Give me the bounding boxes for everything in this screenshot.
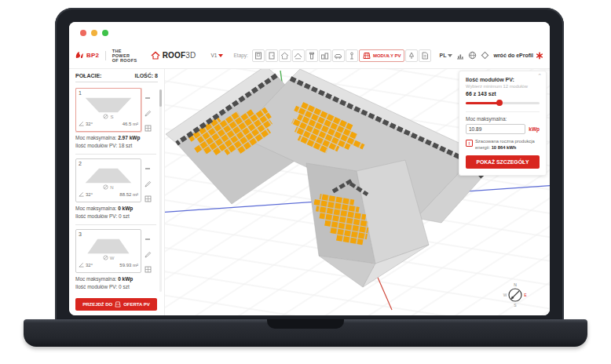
tool-roof-button[interactable]: [292, 49, 305, 62]
face-angle: 32°: [86, 122, 93, 126]
roof-face-card-3[interactable]: 3 W 32° 59.93: [75, 229, 141, 273]
tool-pv-modules-button[interactable]: MODUŁY PV: [359, 49, 405, 62]
chevron-down-icon: [218, 54, 223, 57]
car-icon: [334, 52, 342, 60]
maximize-window-button[interactable]: [102, 30, 108, 36]
module-count-slider[interactable]: [466, 99, 540, 107]
pv-modules-icon: [363, 52, 371, 60]
app-window: BP2 THE POWER OF ROOFS ROOF3D V1 Etapy:: [69, 22, 550, 315]
roof-face-card-2[interactable]: 2 N 32° 88.52: [75, 158, 141, 202]
lamp-icon: [348, 52, 356, 60]
note-value: 10 864 kWh: [492, 145, 517, 150]
version-dropdown[interactable]: V1: [211, 53, 224, 58]
list-item-face-2: 2 N 32° 88.52: [75, 158, 156, 202]
house-icon: [280, 52, 289, 60]
face-area: 88.52 m²: [119, 192, 138, 197]
face-modules-button[interactable]: [144, 265, 152, 273]
roof-face-card-1[interactable]: 1 S 32° 46.5 m: [75, 88, 141, 132]
panel-title: Ilość modułów PV:: [466, 77, 540, 82]
tool-door-button[interactable]: [265, 49, 278, 62]
tool-document-button[interactable]: [419, 49, 431, 62]
globe-icon[interactable]: [468, 49, 477, 61]
power-unit: kWp: [529, 126, 540, 132]
slider-handle[interactable]: [496, 100, 503, 106]
pv-config-panel: ⌃ Ilość modułów PV: Wybierz minimum 12 m…: [459, 71, 547, 176]
buildings-icon: [320, 52, 329, 60]
face-direction: S: [110, 115, 113, 119]
laptop-base: [24, 319, 587, 347]
compass-n: N: [514, 282, 517, 287]
bp2-logo-icon: [75, 51, 84, 60]
tool-car-button[interactable]: [332, 49, 345, 62]
orientation-icon: [103, 114, 108, 119]
face-number: 3: [79, 231, 138, 237]
face-info-2: Moc maksymalna: 0 kWp Ilość modułów PV: …: [75, 205, 156, 220]
tool-buildings-button[interactable]: [319, 49, 331, 62]
language-selector[interactable]: PL: [439, 53, 452, 58]
roof3d-logo: ROOF3D: [151, 51, 196, 60]
edit-face-button[interactable]: [144, 180, 152, 187]
compass-w: W: [503, 293, 507, 297]
hide-face-button[interactable]: [144, 94, 152, 102]
sidebar-scrollbar[interactable]: [159, 89, 162, 292]
tool-house-button[interactable]: [279, 49, 291, 62]
roof-face-list[interactable]: 1 S 32° 46.5 m: [75, 88, 156, 293]
minimize-window-button[interactable]: [91, 30, 97, 36]
face-number: 2: [79, 161, 138, 166]
hide-face-button[interactable]: [144, 235, 152, 243]
face-angle: 32°: [86, 263, 93, 268]
face-direction: W: [110, 256, 115, 260]
max-power-label: Moc maksymalna:: [466, 116, 540, 122]
tool-chimney-button[interactable]: [306, 49, 318, 62]
3d-viewport[interactable]: N E S W ⌃ Ilość modułów PV: Wybierz mini…: [165, 69, 550, 315]
version-label: V1: [211, 53, 218, 58]
face-modules-button[interactable]: [144, 195, 152, 202]
face-shape-trapezoid: [81, 167, 136, 184]
tool-tree-button[interactable]: [405, 49, 418, 62]
show-details-button[interactable]: POKAŻ SZCZEGÓŁY: [466, 155, 540, 169]
angle-icon: [79, 191, 84, 197]
slider-fill: [466, 102, 499, 104]
roof-icon: [294, 52, 302, 60]
face-info-1: Moc maksymalna: 2.97 kWp Ilość modułów P…: [75, 134, 156, 150]
back-to-eprofil-link[interactable]: wróć do eProfil: [493, 52, 543, 60]
laptop-base-notch: [267, 319, 344, 329]
max-power-input[interactable]: [466, 124, 525, 134]
tool-window-button[interactable]: [252, 49, 265, 62]
sidebar-count: ILOŚĆ: 8: [134, 73, 158, 78]
orientation-icon: [103, 255, 108, 260]
close-window-button[interactable]: [80, 30, 86, 36]
brand-tagline: THE POWER OF ROOFS: [112, 49, 137, 63]
face-direction: N: [110, 185, 113, 190]
cta-suffix: OFERTA PV: [123, 302, 150, 307]
sidebar-title: POŁACIE:: [75, 73, 101, 78]
face-shape-trapezoid: [81, 96, 136, 114]
module-count: 66 z 143 szt: [466, 91, 540, 96]
roof-faces-sidebar: POŁACIE: ILOŚĆ: 8 1 S: [69, 69, 165, 315]
tool-lamp-button[interactable]: [346, 49, 358, 62]
production-note: ! Szacowana roczna produkcja energii: 10…: [466, 139, 540, 151]
app-header: BP2 THE POWER OF ROOFS ROOF3D V1 Etapy:: [69, 42, 550, 69]
panel-hint: Wybierz minimum 12 modułów: [466, 84, 540, 89]
diamond-icon[interactable]: [481, 49, 489, 61]
pv-modules-label: MODUŁY PV: [373, 53, 401, 58]
tree-icon: [408, 52, 415, 60]
pv-offer-icon: [115, 301, 121, 308]
edit-face-button[interactable]: [144, 109, 152, 117]
chart-icon[interactable]: [456, 49, 464, 61]
face-modules-button[interactable]: [144, 124, 152, 132]
hide-face-button[interactable]: [144, 165, 152, 173]
angle-icon: [79, 121, 84, 126]
back-link-label: wróć do eProfil: [493, 53, 533, 58]
face-area: 59.93 m²: [119, 263, 138, 268]
edit-face-button[interactable]: [144, 250, 152, 258]
face-angle: 32°: [86, 192, 93, 197]
orientation-icon: [103, 184, 108, 190]
scrollbar-thumb[interactable]: [159, 89, 162, 107]
go-to-pv-offer-button[interactable]: PRZEJDŹ DO OFERTA PV: [75, 298, 157, 311]
roof3d-house-icon: [151, 51, 160, 60]
brand-text: BP2: [86, 52, 99, 59]
face-shape-trapezoid: [81, 238, 136, 255]
collapse-panel-icon[interactable]: ⌃: [537, 74, 542, 78]
cta-prefix: PRZEJDŹ DO: [82, 302, 112, 307]
